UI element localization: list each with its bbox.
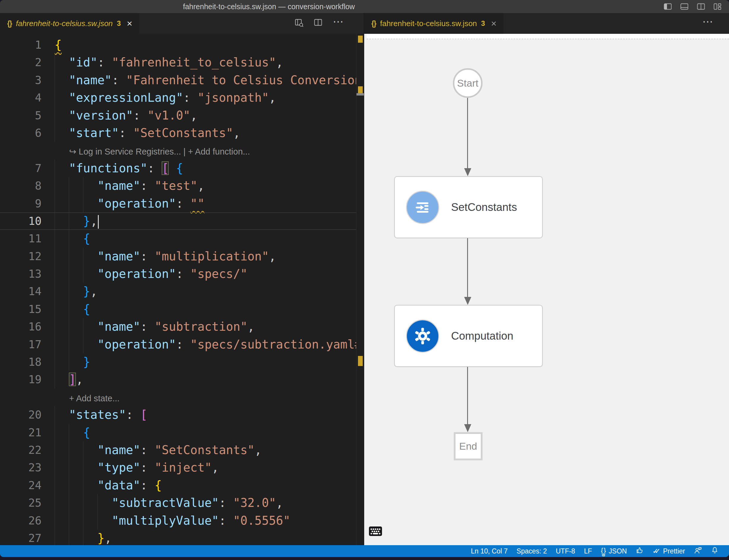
feedback-button[interactable] — [631, 545, 648, 557]
code-token: : — [133, 109, 147, 122]
encoding-button[interactable]: UTF-8 — [551, 545, 580, 557]
overview-ruler[interactable] — [356, 34, 364, 545]
code-row[interactable]: 10 }, — [0, 212, 364, 230]
node-setconstants[interactable]: SetConstants — [394, 176, 543, 238]
codelens-row[interactable]: ↪ Log in Service Registries... | + Add f… — [0, 142, 364, 159]
open-preview-button[interactable] — [295, 18, 304, 28]
schema-error-icon: ⊗ — [601, 553, 605, 557]
code-token: "id" — [69, 55, 97, 69]
code-token — [55, 373, 69, 386]
workflow-start-node[interactable]: Start — [453, 68, 483, 98]
warning-mark — [358, 86, 363, 93]
canvas-top-divider — [367, 34, 729, 39]
flow-arrow-head — [464, 424, 471, 432]
codelens-link[interactable]: + Add state... — [69, 394, 120, 403]
workflow-end-node[interactable]: End — [454, 432, 483, 460]
code-row[interactable]: 13 "operation": "specs/" — [0, 265, 364, 283]
codelens-link[interactable]: ↪ Log in Service Registries... | + Add f… — [69, 147, 250, 156]
code-row[interactable]: 26 "multiplyValue": "0.5556" — [0, 512, 364, 529]
tab-right-json-file[interactable]: {} fahrenheit-to-celsius.sw.json 3 × — [364, 13, 504, 34]
code-row[interactable]: 5 "version": "v1.0", — [0, 107, 364, 124]
code-token: : — [140, 320, 155, 333]
code-line: "name": "test", — [55, 177, 364, 195]
code-token: "0.5556" — [233, 514, 290, 527]
indent-guide — [83, 177, 83, 195]
formatter-button[interactable]: ✓✓ Prettier — [648, 545, 690, 557]
close-tab-icon[interactable]: × — [127, 19, 132, 28]
eol-button[interactable]: LF — [580, 545, 596, 557]
warning-mark — [358, 356, 363, 366]
code-token: "specs/subtraction.yaml#d — [190, 338, 364, 351]
indent-guide — [69, 177, 69, 195]
workflow-diagram-canvas[interactable]: Start SetConst — [364, 34, 729, 545]
code-token: "functions" — [69, 161, 147, 175]
customize-layout-icon[interactable] — [714, 3, 721, 10]
indent-guide — [55, 494, 55, 512]
vscode-window: fahrenheit-to-celsius.sw.json — conversi… — [0, 0, 729, 557]
code-row[interactable]: 24 "data": { — [0, 477, 364, 494]
indent-guide — [55, 107, 55, 124]
notifications-button[interactable] — [706, 545, 723, 557]
code-row[interactable]: 6 "start": "SetConstants", — [0, 124, 364, 142]
code-line: ], — [55, 371, 364, 388]
code-row[interactable]: 3 "name": "Fahrenheit to Celsius Convers… — [0, 71, 364, 89]
code-row[interactable]: 9 "operation": "" — [0, 195, 364, 212]
code-row[interactable]: 16 "name": "subtraction", — [0, 318, 364, 335]
node-computation[interactable]: Computation — [394, 305, 543, 367]
flow-arrow-line — [467, 238, 468, 297]
code-row[interactable]: 15 { — [0, 300, 364, 318]
code-row[interactable]: 14 }, — [0, 283, 364, 300]
code-row[interactable]: 21 { — [0, 424, 364, 441]
code-row[interactable]: 12 "name": "multiplication", — [0, 248, 364, 265]
line-number: 4 — [0, 89, 42, 106]
indent-guide — [69, 230, 69, 247]
indent-guide — [55, 318, 55, 335]
code-token: : — [147, 161, 162, 175]
code-token: : — [98, 55, 112, 69]
code-row[interactable]: 17 "operation": "specs/subtraction.yaml#… — [0, 336, 364, 353]
code-row[interactable]: 11 { — [0, 230, 364, 247]
indent-guide — [55, 195, 55, 212]
code-row[interactable]: 23 "type": "inject", — [0, 459, 364, 476]
code-line: { — [55, 36, 364, 54]
code-token — [169, 161, 176, 175]
code-row[interactable]: 4 "expressionLang": "jsonpath", — [0, 89, 364, 106]
codelens-row[interactable]: + Add state... — [0, 389, 364, 406]
code-token: ] — [69, 373, 76, 386]
code-row[interactable]: 7 "functions": [ { — [0, 160, 364, 177]
indent-guide — [69, 529, 69, 545]
code-row[interactable]: 22 "name": "SetConstants", — [0, 441, 364, 459]
code-token: "name" — [98, 443, 141, 457]
toggle-panel-icon[interactable] — [680, 3, 688, 10]
indent-guide — [55, 283, 55, 300]
code-row[interactable]: 18 } — [0, 353, 364, 371]
indent-guide — [55, 406, 55, 424]
code-row[interactable]: 19 ], — [0, 371, 364, 388]
split-editor-button[interactable] — [314, 18, 323, 28]
code-row[interactable]: 20 "states": [ — [0, 406, 364, 424]
code-token: "operation" — [98, 338, 176, 351]
keyboard-shortcuts-icon[interactable] — [369, 526, 382, 537]
code-row[interactable]: 27 }, — [0, 529, 364, 545]
toggle-sidebar-icon[interactable] — [664, 3, 672, 10]
code-token: "Fahrenheit to Celsius Conversion — [126, 73, 362, 87]
feedback-person-button[interactable] — [690, 545, 706, 557]
more-actions-button[interactable]: ⋯ — [333, 16, 345, 31]
code-token: "expressionLang" — [69, 91, 183, 104]
split-editor-layout-icon[interactable] — [697, 3, 705, 10]
code-editor[interactable]: 1{2 "id": "fahrenheit_to_celsius",3 "nam… — [0, 34, 364, 545]
code-line: "start": "SetConstants", — [55, 124, 364, 142]
more-actions-button[interactable]: ⋯ — [702, 16, 714, 31]
code-row[interactable]: 8 "name": "test", — [0, 177, 364, 195]
tab-left-json-file[interactable]: {} fahrenheit-to-celsius.sw.json 3 × — [0, 13, 139, 34]
code-row[interactable]: 1{ — [0, 36, 364, 54]
code-row[interactable]: 2 "id": "fahrenheit_to_celsius", — [0, 54, 364, 71]
language-mode-button[interactable]: { }⊗ JSON — [596, 545, 631, 557]
goto-line-button[interactable]: Ln 10, Col 7 — [467, 545, 512, 557]
code-token: "fahrenheit_to_celsius" — [112, 55, 276, 69]
code-row[interactable]: 25 "subtractValue": "32.0", — [0, 494, 364, 512]
indent-guide — [55, 441, 55, 459]
code-line: "operation": "specs/" — [55, 265, 364, 283]
indentation-button[interactable]: Spaces: 2 — [512, 545, 551, 557]
close-tab-icon[interactable]: × — [491, 19, 496, 28]
